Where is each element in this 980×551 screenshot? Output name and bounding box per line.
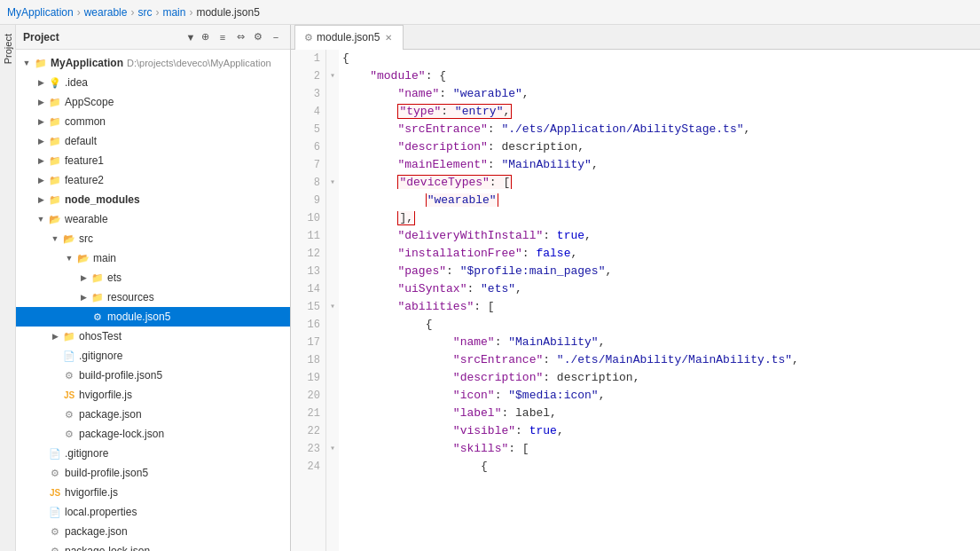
fold-8[interactable]: ▾ bbox=[326, 174, 339, 192]
tree-item-idea[interactable]: 💡 .idea bbox=[16, 73, 290, 92]
code-line-11: "deliveryWithInstall": true, bbox=[342, 227, 976, 245]
main-label: main bbox=[93, 252, 116, 264]
vertical-tab[interactable]: Project bbox=[0, 25, 16, 551]
breadcrumb-src[interactable]: src bbox=[137, 6, 152, 19]
tree-root[interactable]: 📁 MyApplication D:\projects\deveco\MyApp… bbox=[16, 53, 290, 73]
ln-4: 4 bbox=[291, 103, 325, 121]
src-label: src bbox=[79, 232, 93, 245]
appscope-arrow bbox=[34, 98, 48, 106]
tree-container: 📁 MyApplication D:\projects\deveco\MyApp… bbox=[16, 50, 290, 551]
packagejson2-label: package.json bbox=[65, 525, 128, 538]
ln-18: 18 bbox=[291, 351, 325, 369]
redbox-type: "type": "entry", bbox=[397, 104, 512, 119]
tree-item-default[interactable]: 📁 default bbox=[16, 131, 290, 151]
breadcrumb-sep-3: › bbox=[155, 6, 159, 19]
src-icon: 📂 bbox=[62, 232, 76, 246]
hvigorfile1-label: hvigorfile.js bbox=[79, 389, 132, 401]
gitignore1-icon: 📄 bbox=[62, 349, 76, 363]
panel-icon-sort[interactable]: ⇔ bbox=[233, 30, 247, 44]
tree-item-ohostest[interactable]: 📁 ohosTest bbox=[16, 327, 290, 346]
panel-icon-list[interactable]: ≡ bbox=[216, 30, 230, 44]
code-line-9: "wearable" bbox=[342, 192, 976, 209]
ln-23: 23 bbox=[291, 440, 325, 458]
buildprofile2-icon: ⚙ bbox=[48, 466, 62, 480]
hvigorfile2-icon: JS bbox=[48, 485, 62, 500]
vertical-tab-label[interactable]: Project bbox=[1, 28, 15, 69]
code-content[interactable]: { "module": { "name": "wearable", "type"… bbox=[339, 50, 980, 551]
redbox-devicetypes-end: ], bbox=[397, 211, 415, 225]
default-icon: 📁 bbox=[48, 134, 62, 148]
tree-item-gitignore2[interactable]: 📄 .gitignore bbox=[16, 444, 290, 463]
feature1-icon: 📁 bbox=[48, 153, 62, 168]
tree-item-common[interactable]: 📁 common bbox=[16, 112, 290, 131]
code-line-5: "srcEntrance": "./ets/Application/Abilit… bbox=[342, 121, 976, 138]
tree-item-ets[interactable]: 📁 ets bbox=[16, 268, 290, 287]
resources-label: resources bbox=[107, 291, 154, 303]
tree-item-module-json5[interactable]: ⚙ module.json5 bbox=[16, 307, 290, 327]
fold-6 bbox=[326, 138, 339, 156]
tree-item-resources[interactable]: 📁 resources bbox=[16, 287, 290, 307]
ln-10: 10 bbox=[291, 209, 325, 227]
buildprofile1-icon: ⚙ bbox=[62, 368, 76, 382]
packagejson2-icon: ⚙ bbox=[48, 524, 62, 539]
tree-item-feature1[interactable]: 📁 feature1 bbox=[16, 151, 290, 170]
tree-item-src[interactable]: 📂 src bbox=[16, 229, 290, 248]
panel-icon-settings[interactable]: ⚙ bbox=[251, 30, 265, 44]
tree-item-hvigorfile2[interactable]: JS hvigorfile.js bbox=[16, 483, 290, 502]
tree-item-appscope[interactable]: 📁 AppScope bbox=[16, 92, 290, 112]
tree-item-wearable[interactable]: 📂 wearable bbox=[16, 209, 290, 229]
gitignore1-label: .gitignore bbox=[79, 350, 122, 362]
feature2-arrow bbox=[34, 176, 48, 185]
packagelock1-icon: ⚙ bbox=[62, 427, 76, 441]
wearable-label: wearable bbox=[65, 213, 108, 225]
ln-14: 14 bbox=[291, 280, 325, 298]
breadcrumb-sep-4: › bbox=[189, 6, 192, 19]
code-line-20: "icon": "$media:icon", bbox=[342, 387, 976, 405]
default-arrow bbox=[34, 137, 48, 146]
fold-2[interactable]: ▾ bbox=[326, 67, 339, 85]
tree-item-packagejson1[interactable]: ⚙ package.json bbox=[16, 405, 290, 424]
fold-10 bbox=[326, 209, 339, 227]
tree-item-buildprofile1[interactable]: ⚙ build-profile.json5 bbox=[16, 366, 290, 385]
fold-22 bbox=[326, 422, 339, 440]
tab-close-button[interactable]: ✕ bbox=[383, 32, 394, 43]
fold-15[interactable]: ▾ bbox=[326, 298, 339, 316]
breadcrumb-main[interactable]: main bbox=[162, 6, 185, 19]
tree-item-packagelock2[interactable]: ⚙ package-lock.json bbox=[16, 541, 290, 551]
panel-icon-minimize[interactable]: − bbox=[269, 30, 283, 44]
default-label: default bbox=[65, 135, 97, 147]
tree-item-hvigorfile1[interactable]: JS hvigorfile.js bbox=[16, 385, 290, 405]
tree-item-feature2[interactable]: 📁 feature2 bbox=[16, 170, 290, 190]
wearable-icon: 📂 bbox=[48, 212, 62, 226]
packagejson1-label: package.json bbox=[79, 408, 142, 421]
tree-root-path: D:\projects\deveco\MyApplication bbox=[127, 58, 271, 68]
ohostest-icon: 📁 bbox=[62, 329, 76, 343]
tree-item-nodemodules[interactable]: 📁 node_modules bbox=[16, 190, 290, 209]
tree-item-packagelock1[interactable]: ⚙ package-lock.json bbox=[16, 424, 290, 444]
panel-icon-add[interactable]: ⊕ bbox=[198, 30, 212, 44]
tree-item-localprops[interactable]: 📄 local.properties bbox=[16, 502, 290, 522]
ets-icon: 📁 bbox=[90, 271, 105, 285]
panel-dropdown-icon[interactable]: ▼ bbox=[184, 30, 198, 44]
appscope-label: AppScope bbox=[65, 96, 114, 108]
tree-item-buildprofile2[interactable]: ⚙ build-profile.json5 bbox=[16, 463, 290, 483]
ln-24: 24 bbox=[291, 458, 325, 476]
tree-root-icon: 📁 bbox=[34, 56, 48, 70]
fold-7 bbox=[326, 156, 339, 174]
editor-tab-module-json5[interactable]: ⚙ module.json5 ✕ bbox=[294, 25, 404, 50]
code-line-24: { bbox=[342, 458, 976, 476]
breadcrumb-wearable[interactable]: wearable bbox=[84, 6, 128, 19]
breadcrumb-myapplication[interactable]: MyApplication bbox=[7, 6, 74, 19]
ln-7: 7 bbox=[291, 156, 325, 174]
fold-23[interactable]: ▾ bbox=[326, 440, 339, 458]
tree-item-packagejson2[interactable]: ⚙ package.json bbox=[16, 522, 290, 541]
tree-root-arrow bbox=[20, 59, 34, 67]
tree-item-main[interactable]: 📂 main bbox=[16, 248, 290, 268]
breadcrumb-current: module.json5 bbox=[196, 6, 259, 19]
resources-arrow bbox=[76, 293, 90, 302]
ohostest-arrow bbox=[48, 332, 62, 341]
hvigorfile1-icon: JS bbox=[62, 388, 76, 402]
gitignore2-label: .gitignore bbox=[65, 447, 108, 460]
tree-item-gitignore1[interactable]: 📄 .gitignore bbox=[16, 346, 290, 366]
code-line-15: "abilities": [ bbox=[342, 298, 976, 316]
